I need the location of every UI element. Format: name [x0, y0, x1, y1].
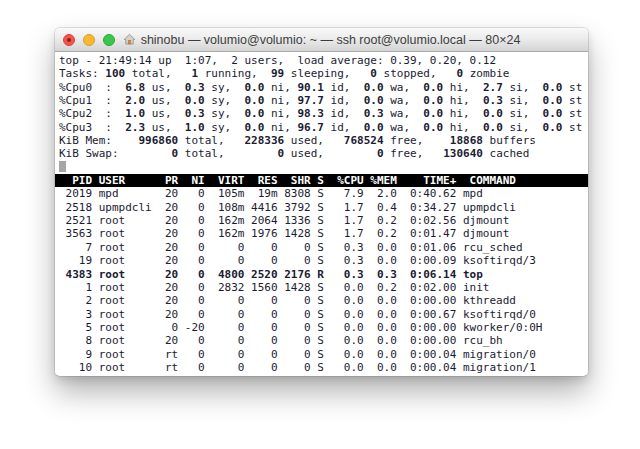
process-row: 7 root 20 0 0 0 0 S 0.3 0.0 0:01.06 rcu_…: [55, 241, 588, 254]
titlebar[interactable]: shinobu — volumio@volumio: ~ — ssh root@…: [55, 28, 588, 52]
top-summary: top - 21:49:14 up 1:07, 2 users, load av…: [55, 54, 588, 161]
traffic-lights: [63, 28, 115, 51]
terminal-summary-line: %Cpu1 : 2.0 us, 0.0 sy, 0.0 ni, 97.7 id,…: [55, 94, 588, 107]
close-button[interactable]: [63, 34, 75, 46]
process-row: 1 root 20 0 2832 1560 1428 S 0.0 0.2 0:0…: [55, 281, 588, 294]
window-title: shinobu — volumio@volumio: ~ — ssh root@…: [141, 33, 521, 47]
terminal-summary-line: %Cpu2 : 1.0 us, 0.3 sy, 0.0 ni, 98.3 id,…: [55, 107, 588, 120]
process-row: 3 root 20 0 0 0 0 S 0.0 0.0 0:00.67 ksof…: [55, 308, 588, 321]
process-row: 2518 upmpdcli 20 0 108m 4416 3792 S 1.7 …: [55, 201, 588, 214]
process-table-header: PID USER PR NI VIRT RES SHR S %CPU %MEM …: [55, 174, 588, 187]
terminal-cursor: [59, 161, 66, 172]
terminal-window: shinobu — volumio@volumio: ~ — ssh root@…: [55, 28, 588, 376]
title-area: shinobu — volumio@volumio: ~ — ssh root@…: [123, 33, 521, 47]
process-row: 2019 mpd 20 0 105m 19m 8308 S 7.9 2.0 0:…: [55, 187, 588, 200]
message-line: [55, 161, 588, 174]
process-row: 2 root 20 0 0 0 0 S 0.0 0.0 0:00.00 kthr…: [55, 294, 588, 307]
process-row: 5 root 0 -20 0 0 0 S 0.0 0.0 0:00.00 kwo…: [55, 321, 588, 334]
process-table: 2019 mpd 20 0 105m 19m 8308 S 7.9 2.0 0:…: [55, 187, 588, 374]
process-row: 19 root 20 0 0 0 0 S 0.3 0.0 0:00.09 kso…: [55, 254, 588, 267]
terminal-summary-line: top - 21:49:14 up 1:07, 2 users, load av…: [55, 54, 588, 67]
process-row: 3563 root 20 0 162m 1976 1428 S 1.7 0.2 …: [55, 227, 588, 240]
process-row: 4383 root 20 0 4800 2520 2176 R 0.3 0.3 …: [55, 268, 588, 281]
process-row: 8 root 20 0 0 0 0 S 0.0 0.0 0:00.00 rcu_…: [55, 334, 588, 347]
home-proxy-icon[interactable]: [123, 33, 136, 46]
process-row: 2521 root 20 0 162m 2064 1336 S 1.7 0.2 …: [55, 214, 588, 227]
terminal-summary-line: Tasks: 100 total, 1 running, 99 sleeping…: [55, 67, 588, 80]
terminal-screen[interactable]: top - 21:49:14 up 1:07, 2 users, load av…: [55, 52, 588, 375]
terminal-summary-line: KiB Mem: 996860 total, 228336 used, 7685…: [55, 134, 588, 147]
process-row: 10 root rt 0 0 0 0 S 0.0 0.0 0:00.04 mig…: [55, 361, 588, 374]
terminal-summary-line: KiB Swap: 0 total, 0 used, 0 free, 13064…: [55, 147, 588, 160]
process-row: 9 root rt 0 0 0 0 S 0.0 0.0 0:00.04 migr…: [55, 348, 588, 361]
minimize-button[interactable]: [83, 34, 95, 46]
terminal-summary-line: %Cpu3 : 2.3 us, 1.0 sy, 0.0 ni, 96.7 id,…: [55, 121, 588, 134]
terminal-summary-line: %Cpu0 : 6.8 us, 0.3 sy, 0.0 ni, 90.1 id,…: [55, 81, 588, 94]
zoom-button[interactable]: [103, 34, 115, 46]
